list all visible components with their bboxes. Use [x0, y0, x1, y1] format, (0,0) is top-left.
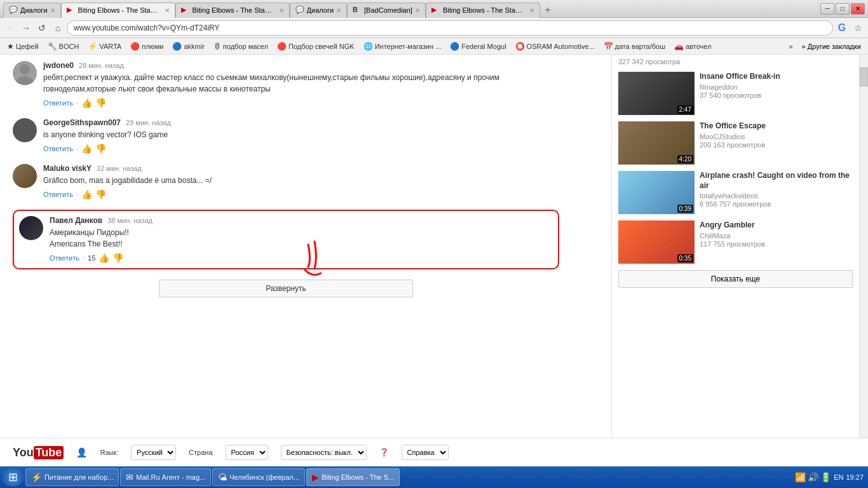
- tray-network-icon: 📶: [795, 472, 806, 482]
- minimize-button[interactable]: ─: [820, 3, 834, 15]
- tab-favicon-4: 💬: [295, 6, 304, 15]
- like-button[interactable]: 👍: [81, 144, 92, 154]
- tab-5[interactable]: B [BadComedian] ✕: [347, 3, 426, 18]
- comment-author[interactable]: Maluko viskY: [43, 164, 92, 173]
- tab-1[interactable]: 💬 Диалоги ✕: [3, 3, 61, 18]
- sidebar-video-item[interactable]: 4:20 The Office Escape MooCJStudios 200 …: [618, 121, 853, 165]
- show-more-button[interactable]: Показать еще: [618, 270, 853, 288]
- tab-favicon-3: ▶: [181, 6, 190, 15]
- dislike-button[interactable]: 👎: [95, 189, 106, 200]
- comment-body: GeorgeSithspawn007 29 мин. назад is anyo…: [43, 118, 559, 154]
- taskbar: ⊞ ⚡ Питание для набор... ✉ Mail.Ru Агент…: [0, 466, 868, 488]
- bookmark-icon: 🚗: [674, 42, 684, 51]
- comment-actions: Ответить · 👍 👎: [43, 189, 559, 200]
- back-button[interactable]: ←: [3, 21, 17, 35]
- avatar: [19, 216, 43, 240]
- tray-sound-icon: 🔊: [808, 472, 818, 482]
- address-bar[interactable]: [67, 20, 833, 36]
- reply-button[interactable]: Ответить: [43, 99, 73, 107]
- svg-point-1: [16, 76, 34, 85]
- bookmark-varta[interactable]: ⚡ VARTA: [84, 41, 125, 52]
- dislike-button[interactable]: 👎: [112, 253, 123, 263]
- tab-close-1[interactable]: ✕: [50, 7, 55, 14]
- footer-language-select[interactable]: Русский: [131, 445, 176, 460]
- footer-help-select[interactable]: Справка: [402, 445, 449, 460]
- sidebar-video-channel: MooCJStudios: [700, 133, 853, 140]
- taskbar-item-0[interactable]: ⚡ Питание для набор...: [25, 468, 119, 486]
- sidebar-video-item[interactable]: 0:39 Airplane crash! Caught on video fro…: [618, 171, 853, 214]
- tab-close-4[interactable]: ✕: [336, 7, 341, 14]
- reply-button[interactable]: Ответить: [50, 254, 79, 262]
- footer-country-select[interactable]: Россия: [226, 445, 268, 460]
- start-button[interactable]: ⊞: [1, 468, 24, 487]
- taskbar-item-2[interactable]: 🌤 Челябинск (феврал...: [212, 468, 305, 486]
- close-button[interactable]: ✕: [851, 3, 865, 15]
- forward-button[interactable]: →: [19, 21, 33, 35]
- action-dot: ·: [76, 99, 78, 107]
- sidebar-video-views: 6 956 757 просмотров: [700, 200, 853, 208]
- bookmark-ngk[interactable]: 🔴 Подбор свечей NGK: [273, 41, 358, 52]
- bookmark-label: VARTA: [99, 43, 121, 50]
- tab-3[interactable]: ▶ Biting Elbows - The Stampe... ✕: [175, 3, 290, 18]
- bookmark-label: BOCH: [59, 43, 79, 50]
- bookmark-date[interactable]: 📅 дата варта/бош: [600, 41, 669, 52]
- tab-close-5[interactable]: ✕: [415, 7, 420, 14]
- comment-author[interactable]: jwdone0: [43, 61, 74, 70]
- comment-actions: Ответить · 15 👍 👎: [50, 253, 553, 263]
- like-count: 15: [88, 254, 95, 262]
- comment-author[interactable]: GeorgeSithspawn007: [43, 118, 121, 127]
- reply-button[interactable]: Ответить: [43, 145, 73, 152]
- bookmark-star-icon[interactable]: ☆: [851, 21, 865, 35]
- like-button[interactable]: 👍: [98, 253, 109, 263]
- comment-author[interactable]: Павел Данков: [50, 216, 102, 225]
- avatar: [13, 118, 37, 142]
- tab-close-3[interactable]: ✕: [279, 7, 284, 14]
- bookmark-akkmir[interactable]: 🔵 akkmir: [168, 41, 208, 52]
- footer-person-icon: 👤: [76, 447, 87, 458]
- comment-time: 29 мин. назад: [126, 119, 171, 126]
- scrollbar-thumb[interactable]: [860, 67, 868, 86]
- tab-close-2[interactable]: ✕: [165, 7, 170, 14]
- avatar: [13, 61, 37, 85]
- bookmark-icon: ⚡: [88, 42, 97, 51]
- bookmark-oil[interactable]: 🛢 подбор масел: [210, 41, 272, 52]
- tab-text-4: Диалоги: [307, 6, 334, 14]
- new-tab-button[interactable]: +: [540, 3, 555, 18]
- tab-close-6[interactable]: ✕: [529, 7, 534, 14]
- bookmark-osram[interactable]: ⭕ OSRAM Automotive...: [512, 41, 599, 52]
- sidebar-video-item[interactable]: 0:35 Angry Gambler ChillMaza 117 755 про…: [618, 220, 853, 264]
- bookmark-shop[interactable]: 🌐 Интернет-магазин ...: [360, 41, 445, 52]
- reply-button[interactable]: Ответить: [43, 191, 73, 198]
- bookmark-label: Подбор свечей NGK: [288, 43, 355, 50]
- tray-language[interactable]: EN: [834, 473, 843, 481]
- footer-safety-select[interactable]: Безопасность: выкл.: [281, 445, 367, 460]
- tab-6[interactable]: ▶ Biting Elbows - The Stampe... ✕: [426, 3, 540, 18]
- tab-2[interactable]: ▶ Biting Elbows - The Stampe... ✕: [61, 3, 175, 18]
- like-button[interactable]: 👍: [81, 189, 92, 200]
- bookmark-federal[interactable]: 🔵 Federal Mogul: [446, 41, 510, 52]
- like-button[interactable]: 👍: [81, 98, 92, 108]
- taskbar-item-1[interactable]: ✉ Mail.Ru Агент - mag...: [120, 468, 211, 486]
- sidebar-video-top: 327 342 просмотра: [618, 58, 853, 65]
- taskbar-item-icon: ✉: [126, 472, 133, 482]
- comment-text: is anyone thinking vector? IOS game: [43, 129, 559, 140]
- comment-item: Maluko viskY 32 мин. назад Gráfico bom, …: [13, 164, 559, 200]
- bookmarks-more[interactable]: »: [785, 41, 796, 51]
- sidebar-video-item[interactable]: 2:47 Insane Office Break-in filmageddon …: [618, 72, 853, 115]
- taskbar-item-3[interactable]: ▶ Biting Elbows - The S...: [306, 468, 400, 486]
- bookmark-plumi[interactable]: 🔴 плюми: [126, 41, 167, 52]
- sidebar-video-channel: filmageddon: [700, 83, 853, 91]
- tab-4[interactable]: 💬 Диалоги ✕: [290, 3, 348, 18]
- bookmarks-other-folder[interactable]: » Другие закладки: [798, 41, 865, 51]
- home-button[interactable]: ⌂: [51, 21, 65, 35]
- expand-button[interactable]: Развернуть: [159, 280, 413, 297]
- bookmark-avtocel[interactable]: 🚗 авточел: [670, 41, 715, 52]
- dislike-button[interactable]: 👎: [95, 98, 106, 108]
- dislike-button[interactable]: 👎: [95, 144, 106, 154]
- logo-tube: Tube: [34, 446, 64, 459]
- bookmark-boch[interactable]: 🔧 BOCH: [44, 41, 83, 52]
- reload-button[interactable]: ↺: [35, 21, 49, 35]
- bookmark-cefeii[interactable]: ★ Цефей: [3, 41, 43, 52]
- right-scrollbar[interactable]: [859, 55, 868, 438]
- maximize-button[interactable]: □: [836, 3, 850, 15]
